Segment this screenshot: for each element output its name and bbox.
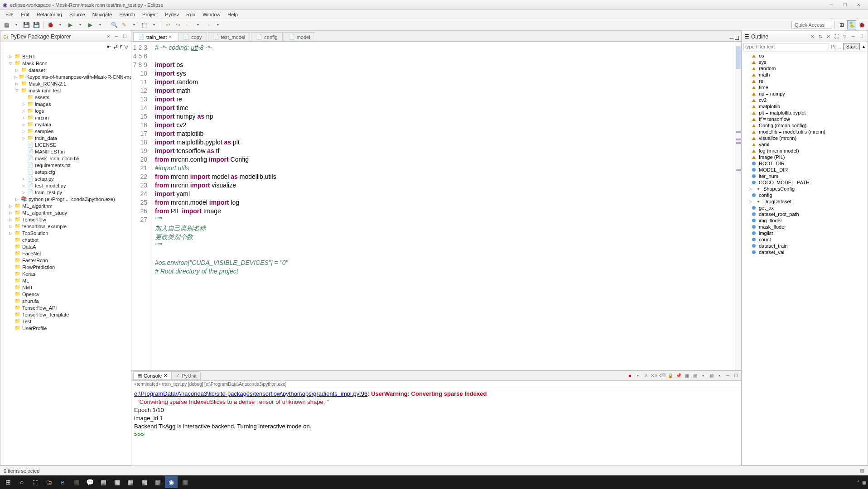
tray-icon[interactable]: ▦ <box>862 480 866 485</box>
tree-arrow-icon[interactable]: ▷ <box>20 136 26 140</box>
cortana-icon[interactable]: ○ <box>15 476 28 488</box>
tree-item[interactable]: 📁Tensorflow_Template <box>1 311 130 318</box>
dropdown-icon[interactable]: ▼ <box>193 20 203 29</box>
tree-item[interactable]: ▷📁samples <box>1 128 130 134</box>
dropdown-icon[interactable]: ▼ <box>130 20 139 29</box>
dropdown-icon[interactable]: ▼ <box>213 20 222 29</box>
search-button[interactable]: 🔍 <box>110 20 119 29</box>
outline-item[interactable]: os <box>743 53 867 59</box>
minimize-icon[interactable]: ─ <box>849 33 857 40</box>
overview-ruler[interactable] <box>735 42 741 370</box>
editor-tab-copy[interactable]: 📄copy <box>178 32 207 41</box>
debug-perspective-button[interactable]: 🐞 <box>857 20 866 29</box>
tree-item[interactable]: 📁DataA <box>1 243 130 250</box>
maximize-icon[interactable]: ☐ <box>734 35 739 41</box>
outline-item[interactable]: math <box>743 72 867 78</box>
outline-item[interactable]: yaml <box>743 141 867 148</box>
edge-icon[interactable]: e <box>56 476 69 488</box>
tree-item[interactable]: 📁Test <box>1 318 130 325</box>
minimize-icon[interactable]: ─ <box>729 35 733 41</box>
tree-arrow-icon[interactable]: ▽ <box>14 88 19 93</box>
tree-item[interactable]: 📁FlowPrediction <box>1 264 130 270</box>
tree-arrow-icon[interactable]: ▷ <box>14 82 19 86</box>
save-all-button[interactable]: 💾 <box>32 20 41 29</box>
pyunit-tab[interactable]: ✓PyUnit <box>172 371 200 380</box>
outline-item[interactable]: config <box>743 192 867 198</box>
menu-project[interactable]: Project <box>139 11 161 18</box>
tree-arrow-icon[interactable]: ▷ <box>20 115 26 120</box>
tree-arrow-icon[interactable]: ▷ <box>20 122 26 127</box>
outline-item[interactable]: dataset_root_path <box>743 211 867 217</box>
terminate-icon[interactable]: ■ <box>626 372 633 379</box>
outline-item[interactable]: mask_floder <box>743 224 867 230</box>
minimize-icon[interactable]: ─ <box>724 372 731 379</box>
outline-item[interactable]: cv2 <box>743 97 867 103</box>
maximize-icon[interactable]: ☐ <box>858 33 865 40</box>
outline-item[interactable]: count <box>743 236 867 243</box>
outline-item[interactable]: ▷●ShapesConfig <box>743 186 867 192</box>
outline-item[interactable]: Image (PIL) <box>743 154 867 160</box>
tree-item[interactable]: ▷📄setup.py <box>1 175 130 182</box>
forward-button[interactable]: ↪ <box>174 20 183 29</box>
outline-item[interactable]: dataset_val <box>743 249 867 255</box>
menu-search[interactable]: Search <box>116 11 139 18</box>
tree-item[interactable]: ▷📁mydata <box>1 121 130 128</box>
tree-item[interactable]: ▷📁tensorflow_example <box>1 223 130 230</box>
tree-item[interactable]: ▷📁images <box>1 101 130 107</box>
outline-item[interactable]: iter_num <box>743 173 867 179</box>
maximize-icon[interactable]: ☐ <box>732 372 739 379</box>
close-icon[interactable]: ✕ <box>809 33 816 40</box>
outline-item[interactable]: sys <box>743 59 867 65</box>
editor-tab-train_test[interactable]: 📄train_test✕ <box>133 32 177 41</box>
open-console-icon[interactable]: ▤ <box>691 372 699 379</box>
tree-item[interactable]: 📁Tensorflow_API <box>1 304 130 311</box>
tree-item[interactable]: 📄requirements.txt <box>1 162 130 168</box>
tree-item[interactable]: 📁Opencv <box>1 291 130 297</box>
dropdown-icon[interactable]: ▼ <box>12 20 21 29</box>
new-console-icon[interactable]: ▤ <box>708 372 715 379</box>
close-button[interactable]: ✕ <box>852 1 865 9</box>
tree-item[interactable]: 📁FasterRcnn <box>1 257 130 264</box>
menu-file[interactable]: File <box>2 11 17 18</box>
code-editor[interactable]: 1 2 3 4 5 6 7 8 9 10 11 12 13 14 15 16 1… <box>131 42 741 370</box>
outline-item[interactable]: modellib = model,utils (mrcnn) <box>743 129 867 135</box>
console-link[interactable]: e:\ProgramData\Anaconda3\lib\site-packag… <box>134 390 367 397</box>
remove-all-icon[interactable]: ✕✕ <box>651 372 658 379</box>
outline-start-button[interactable]: Start <box>843 43 860 50</box>
menu-window[interactable]: Window <box>199 11 224 18</box>
tree-item[interactable]: ▷📚python (e:\Progr ... conda3\python.exe… <box>1 196 130 202</box>
console-tab[interactable]: ▤Console✕ <box>133 371 172 380</box>
menu-navigate[interactable]: Navigate <box>89 11 116 18</box>
tree-arrow-icon[interactable]: ▷ <box>14 68 19 72</box>
maximize-icon[interactable]: ☐ <box>121 33 128 40</box>
save-button[interactable]: 💾 <box>22 20 31 29</box>
filter-icon[interactable]: ⫯ <box>120 43 122 50</box>
tree-item[interactable]: ▷📁Tensorflow <box>1 216 130 223</box>
tree-item[interactable]: 📁FaceNet <box>1 250 130 257</box>
dropdown-icon[interactable]: ▼ <box>699 372 707 379</box>
tree-item[interactable]: ▷📁TopSolution <box>1 230 130 236</box>
menu-edit[interactable]: Edit <box>17 11 33 18</box>
wechat-icon[interactable]: 💬 <box>83 476 96 488</box>
tree-arrow-icon[interactable]: ▷ <box>8 217 13 222</box>
pydev-perspective-button[interactable]: 🐍 <box>847 20 856 29</box>
tree-item[interactable]: 📁UserProfile <box>1 325 130 331</box>
minimize-icon[interactable]: ─ <box>113 33 120 40</box>
tree-item[interactable]: 📁NMT <box>1 284 130 291</box>
tree-arrow-icon[interactable]: ▷ <box>8 224 13 229</box>
tree-arrow-icon[interactable]: ▽ <box>8 61 13 66</box>
scroll-lock-icon[interactable]: 🔒 <box>667 372 674 379</box>
outline-list[interactable]: ossysrandommathretimenp = numpycv2matplo… <box>742 52 868 465</box>
system-tray[interactable]: ˄ ▦ <box>857 480 866 485</box>
tree-arrow-icon[interactable]: ▷ <box>20 102 26 106</box>
editor-tab-test_model[interactable]: 📄test_model <box>208 32 251 41</box>
tree-item[interactable]: 📁chatbot <box>1 236 130 243</box>
outline-item[interactable]: time <box>743 84 867 91</box>
app-icon[interactable]: ▦ <box>178 476 191 488</box>
toggle-button[interactable]: ⬚ <box>140 20 149 29</box>
menu-refactoring[interactable]: Refactoring <box>33 11 66 18</box>
tree-arrow-icon[interactable]: ▷ <box>8 211 13 215</box>
remove-icon[interactable]: ✕ <box>642 372 650 379</box>
menu-source[interactable]: Source <box>66 11 89 18</box>
open-perspective-button[interactable]: ⊞ <box>837 20 846 29</box>
